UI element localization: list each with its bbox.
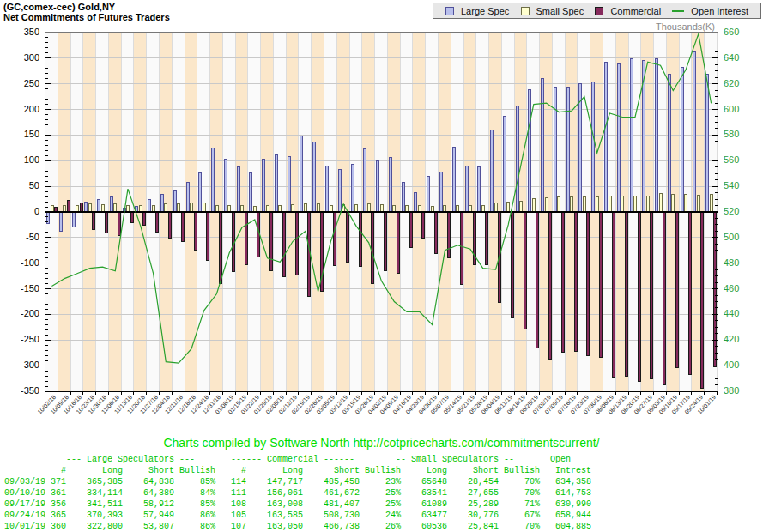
x-axis-tick (95, 391, 96, 395)
right-axis-tick (712, 109, 718, 110)
x-axis-tick (628, 391, 629, 395)
legend-label: Open Interest (691, 6, 748, 16)
left-axis-tick (45, 345, 48, 346)
x-axis-tick (577, 391, 578, 395)
x-axis-tick (501, 391, 502, 395)
left-axis-tick (45, 376, 48, 377)
right-axis-tick (715, 320, 718, 321)
x-axis-tick (475, 391, 476, 395)
right-axis-tick (715, 250, 718, 251)
x-axis-tick (121, 391, 122, 395)
right-axis-tick (712, 135, 718, 136)
x-axis-tick (172, 391, 173, 395)
x-axis-tick (565, 391, 566, 395)
right-axis-tick (715, 257, 718, 257)
right-axis-tick (715, 218, 718, 219)
footer: Charts compiled by Software North http:/… (0, 436, 763, 450)
y-axis-label-left: -50 (0, 232, 39, 242)
table-row: 09/10/19 361 334,114 64,389 84% 111 156,… (4, 487, 602, 499)
x-axis-tick (514, 391, 515, 395)
left-axis-tick (45, 68, 48, 69)
x-axis-tick (311, 391, 312, 395)
left-axis-tick (45, 57, 51, 58)
left-axis-tick (45, 216, 48, 217)
left-axis-tick (45, 94, 48, 94)
left-axis-tick (45, 114, 48, 115)
left-axis-tick (45, 319, 48, 320)
left-axis-tick (45, 273, 48, 274)
right-axis-tick (715, 205, 718, 206)
left-axis-tick (45, 150, 48, 151)
footer-credit: Charts compiled by Software North (163, 436, 349, 450)
legend-label: Commercial (610, 6, 661, 16)
x-axis-tick (349, 391, 350, 395)
right-axis-tick (715, 77, 718, 78)
cot-table: --- Large Speculators --- ------ Commerc… (4, 454, 602, 532)
y-axis-label-right: 480 (724, 257, 739, 268)
right-axis-tick (715, 307, 718, 308)
x-axis-tick (463, 391, 464, 395)
left-axis-tick (45, 124, 48, 125)
x-axis-tick (374, 391, 375, 395)
x-axis-tick (451, 391, 451, 395)
right-axis-tick (715, 372, 718, 372)
y-axis-label-left: -250 (0, 334, 39, 344)
left-axis-tick (45, 212, 51, 213)
y-axis-label-right: 440 (724, 308, 739, 318)
x-axis-tick (336, 391, 337, 395)
y-axis-label-right: 540 (724, 180, 739, 190)
left-axis-tick (45, 237, 51, 238)
x-axis-tick (235, 391, 236, 395)
right-axis-tick (715, 103, 718, 104)
x-axis-tick (488, 391, 489, 395)
right-axis-tick (715, 64, 718, 65)
right-axis-tick (715, 148, 718, 148)
y-axis-label-right: 660 (724, 27, 739, 37)
right-axis-tick (712, 33, 718, 33)
right-axis-tick (712, 340, 718, 341)
left-axis-tick (45, 324, 48, 325)
left-axis-tick (45, 145, 48, 146)
legend-item: Small Spec (521, 6, 584, 16)
left-axis-tick (45, 329, 48, 330)
open-interest-line (45, 33, 718, 391)
left-axis-tick (45, 37, 48, 38)
title-block: (GC,comex-cec) Gold,NY Net Commitments o… (3, 2, 170, 22)
right-axis-tick (715, 51, 718, 52)
x-axis-tick (425, 391, 426, 395)
left-axis-tick (45, 171, 48, 172)
left-axis-tick (45, 227, 48, 227)
right-axis-tick (715, 192, 718, 193)
y-axis-label-left: -200 (0, 308, 39, 318)
y-axis-label-right: 560 (724, 154, 739, 165)
y-axis-label-right: 460 (724, 283, 739, 293)
right-axis-tick (715, 269, 718, 270)
y-axis-label-left: -100 (0, 257, 39, 268)
left-axis-tick (45, 278, 48, 279)
square-swatch-icon (595, 7, 603, 15)
footer-url[interactable]: http://cotpricecharts.com/commitmentscur… (353, 436, 599, 450)
left-axis-tick (45, 268, 48, 269)
y-axis-label-right: 380 (724, 385, 739, 396)
y-axis-label-left: 200 (0, 104, 39, 114)
right-axis-tick (712, 314, 718, 315)
y-axis-label-left: -350 (0, 385, 39, 396)
legend-item: Commercial (595, 6, 661, 16)
right-axis-tick (715, 244, 718, 245)
x-axis-tick (133, 391, 134, 395)
legend: Large SpecSmall SpecCommercialOpen Inter… (433, 3, 761, 19)
right-axis-tick (715, 199, 718, 200)
left-axis-tick (45, 242, 48, 243)
x-axis-tick (412, 391, 413, 395)
x-axis-tick (298, 391, 299, 395)
left-axis-tick (45, 386, 48, 387)
x-axis-tick (653, 391, 654, 395)
y-axis-label-left: 100 (0, 154, 39, 165)
right-axis-tick (715, 384, 718, 385)
right-axis-tick (715, 173, 718, 174)
left-axis-tick (45, 371, 48, 372)
left-axis-tick (45, 88, 48, 89)
left-axis-tick (45, 252, 48, 253)
y-axis-label-left: 300 (0, 52, 39, 63)
square-swatch-icon (445, 7, 454, 15)
